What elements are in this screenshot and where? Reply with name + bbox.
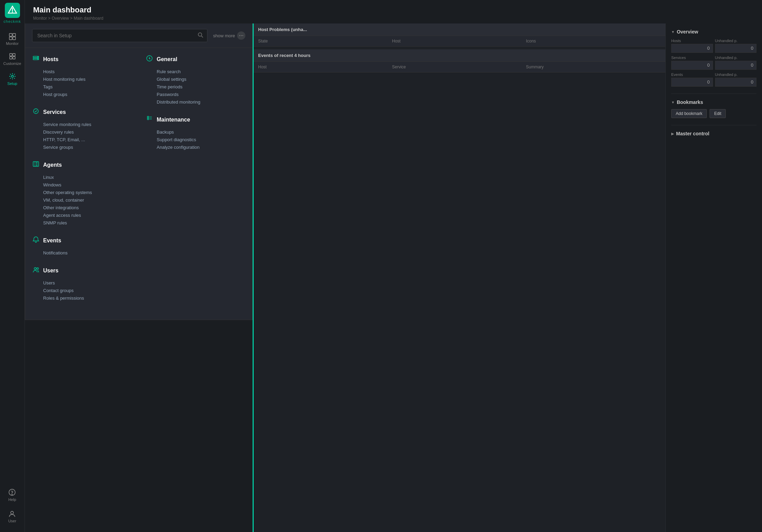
show-more-button[interactable]: show more ··· — [213, 31, 245, 40]
section-header-general: General — [146, 55, 245, 64]
menu-right-col: General Rule search Global settings Time… — [146, 55, 245, 311]
other-os-link[interactable]: Other operating systems — [43, 190, 92, 195]
main-content: Main dashboard Monitor > Overview > Main… — [25, 0, 762, 532]
sidebar-item-customize[interactable]: Customize — [0, 49, 25, 69]
services-menu-items: Service monitoring rules Discovery rules… — [32, 120, 132, 151]
events-panel-header: Events of recent 4 hours — [253, 49, 665, 62]
list-item: Linux — [43, 173, 132, 181]
events-table-header: Host Service Summary — [253, 62, 665, 72]
setup-dropdown-panel: show more ··· — [25, 23, 253, 320]
list-item: Tags — [43, 83, 132, 90]
contact-groups-link[interactable]: Contact groups — [43, 288, 74, 293]
time-periods-link[interactable]: Time periods — [157, 84, 183, 89]
bookmarks-header[interactable]: ▼ Bookmarks — [671, 99, 756, 105]
right-panel: ▼ Overview Hosts 0 Unhandled p. 0 Ser — [665, 23, 762, 532]
analyze-configuration-link[interactable]: Analyze configuration — [157, 145, 199, 150]
menu-section-general: General Rule search Global settings Time… — [146, 55, 245, 106]
global-settings-link[interactable]: Global settings — [157, 77, 186, 82]
host-monitoring-rules-link[interactable]: Host monitoring rules — [43, 77, 86, 82]
breadcrumb: Monitor > Overview > Main dashboard — [33, 16, 754, 21]
host-groups-link[interactable]: Host groups — [43, 92, 67, 97]
stat-events-unhandled-label: Unhandled p. — [715, 72, 757, 77]
svg-rect-26 — [147, 116, 149, 118]
content-area: show more ··· — [25, 23, 762, 532]
windows-link[interactable]: Windows — [43, 182, 61, 187]
list-item: Passwords — [157, 90, 245, 98]
sidebar-item-monitor[interactable]: Monitor — [0, 29, 25, 49]
col-summary: Summary — [526, 65, 660, 69]
svg-point-2 — [12, 12, 13, 13]
sidebar-item-label-monitor: Monitor — [6, 41, 19, 46]
linux-link[interactable]: Linux — [43, 175, 54, 180]
general-icon — [146, 55, 153, 64]
sidebar-item-label-customize: Customize — [3, 61, 21, 66]
svg-rect-8 — [13, 54, 15, 56]
stats-grid-services: Services 0 Unhandled p. 0 — [671, 56, 756, 70]
sidebar-item-label-help: Help — [8, 497, 16, 502]
list-item: Global settings — [157, 75, 245, 83]
passwords-link[interactable]: Passwords — [157, 92, 179, 97]
stat-hosts-value: 0 — [671, 44, 713, 53]
discovery-rules-link[interactable]: Discovery rules — [43, 129, 74, 135]
snmp-rules-link[interactable]: SNMP rules — [43, 220, 67, 225]
stat-services-unhandled-label: Unhandled p. — [715, 56, 757, 60]
http-tcp-link[interactable]: HTTP, TCP, Email, ... — [43, 137, 85, 142]
list-item: Host monitoring rules — [43, 75, 132, 83]
chevron-right-icon: ▶ — [671, 132, 674, 136]
master-control-header[interactable]: ▶ Master control — [671, 131, 756, 136]
search-container: show more ··· — [25, 23, 252, 48]
sidebar: checkmk Monitor Customize — [0, 0, 25, 532]
service-groups-link[interactable]: Service groups — [43, 145, 73, 150]
users-link[interactable]: Users — [43, 280, 55, 286]
sidebar-item-user[interactable]: User — [7, 506, 18, 526]
svg-point-11 — [11, 75, 13, 77]
host-problems-header: Host Problems (unha... — [253, 23, 665, 36]
hosts-link[interactable]: Hosts — [43, 69, 55, 74]
roles-permissions-link[interactable]: Roles & permissions — [43, 296, 84, 301]
menu-section-maintenance: Maintenance Backups Support diagnostics … — [146, 115, 245, 151]
search-input[interactable] — [32, 29, 207, 42]
stat-services-value: 0 — [671, 61, 713, 70]
divider — [671, 94, 756, 94]
list-item: Support diagnostics — [157, 136, 245, 143]
tags-link[interactable]: Tags — [43, 84, 52, 89]
agent-access-rules-link[interactable]: Agent access rules — [43, 213, 81, 218]
sidebar-item-help[interactable]: Help — [7, 485, 18, 505]
menu-section-events: Events Notifications — [32, 236, 132, 257]
maintenance-icon — [146, 115, 153, 124]
section-header-maintenance: Maintenance — [146, 115, 245, 124]
hosts-menu-items: Hosts Host monitoring rules Tags Host gr… — [32, 68, 132, 98]
backups-link[interactable]: Backups — [157, 129, 174, 135]
rule-search-link[interactable]: Rule search — [157, 69, 180, 74]
sidebar-item-setup[interactable]: Setup — [0, 69, 25, 89]
notifications-link[interactable]: Notifications — [43, 250, 68, 255]
list-item: Backups — [157, 128, 245, 136]
other-integrations-link[interactable]: Other integrations — [43, 205, 79, 210]
overview-header[interactable]: ▼ Overview — [671, 29, 756, 35]
section-header-services: Services — [32, 108, 132, 116]
svg-rect-6 — [13, 37, 16, 40]
col-host: Host — [258, 65, 392, 69]
edit-bookmarks-button[interactable]: Edit — [710, 109, 726, 118]
vm-cloud-link[interactable]: VM, cloud, container — [43, 197, 84, 203]
list-item: Agent access rules — [43, 211, 132, 219]
chevron-down-icon-bookmarks: ▼ — [671, 100, 675, 104]
distributed-monitoring-link[interactable]: Distributed monitoring — [157, 99, 200, 105]
col-state: State — [258, 39, 392, 43]
service-monitoring-rules-link[interactable]: Service monitoring rules — [43, 122, 91, 127]
list-item: Contact groups — [43, 287, 132, 294]
col-service: Service — [392, 65, 526, 69]
svg-point-14 — [11, 511, 13, 514]
services-icon — [32, 108, 40, 116]
agents-icon — [32, 161, 40, 169]
logo[interactable] — [5, 3, 20, 18]
svg-rect-4 — [13, 33, 16, 36]
list-item: VM, cloud, container — [43, 196, 132, 204]
green-divider — [253, 23, 254, 532]
users-menu-items: Users Contact groups Roles & permissions — [32, 279, 132, 302]
support-diagnostics-link[interactable]: Support diagnostics — [157, 137, 196, 142]
list-item: Service groups — [43, 143, 132, 151]
section-header-users: Users — [32, 266, 132, 275]
sidebar-item-label-setup: Setup — [7, 81, 17, 86]
add-bookmark-button[interactable]: Add bookmark — [671, 109, 707, 118]
